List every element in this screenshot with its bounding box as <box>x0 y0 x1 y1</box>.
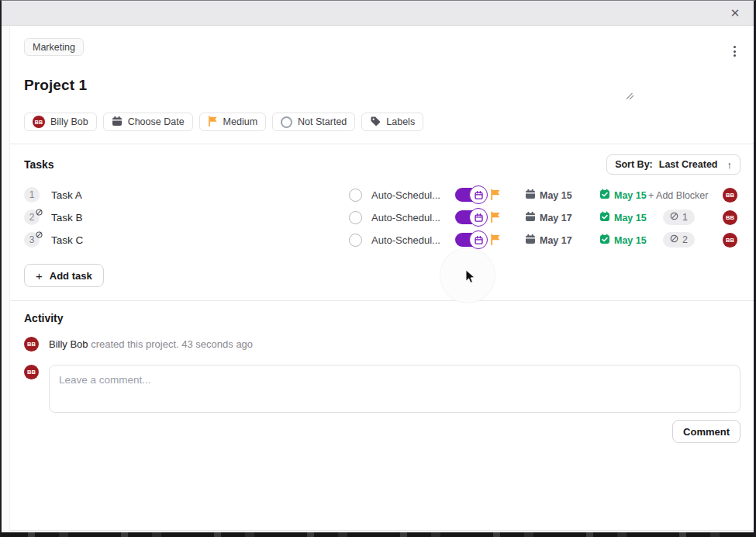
add-task-button[interactable]: + Add task <box>24 264 104 287</box>
activity-section-title: Activity <box>24 301 740 324</box>
task-complete-checkbox[interactable] <box>349 211 362 224</box>
blocked-icon <box>670 212 678 223</box>
due-date[interactable]: May 17 <box>525 234 572 247</box>
due-date[interactable]: May 15 <box>525 189 572 202</box>
calendar-icon <box>525 211 536 224</box>
task-row[interactable]: 1 Task A Auto-Schedul... <box>24 184 740 206</box>
plus-icon: + <box>36 269 43 282</box>
add-task-label: Add task <box>50 270 92 282</box>
autoschedule-label[interactable]: Auto-Schedul... <box>371 189 440 201</box>
task-row[interactable]: 3 Task C Auto-Schedul... <box>24 229 740 251</box>
blocked-icon <box>36 207 43 218</box>
blocker-count-badge[interactable]: 1 <box>663 210 695 225</box>
due-date[interactable]: May 17 <box>525 211 572 224</box>
calendar-check-icon <box>599 211 610 224</box>
resize-grip-icon[interactable] <box>625 89 634 103</box>
priority-flag-icon <box>208 116 218 129</box>
task-complete-checkbox[interactable] <box>349 234 362 247</box>
task-complete-checkbox[interactable] <box>349 189 362 202</box>
calendar-icon <box>525 234 536 247</box>
autoschedule-toggle[interactable] <box>455 210 485 224</box>
choose-date-chip[interactable]: Choose Date <box>103 113 193 131</box>
priority-flag-icon[interactable] <box>490 234 501 248</box>
assignee-avatar[interactable]: BB <box>723 210 737 225</box>
sort-by-value: Last Created <box>659 159 718 170</box>
close-icon[interactable]: ✕ <box>727 5 743 21</box>
project-card: Marketing Project 1 BB Billy Bob <box>9 26 754 531</box>
task-order-badge: 3 <box>24 232 40 248</box>
toggle-calendar-icon <box>469 208 488 227</box>
calendar-check-icon <box>599 234 610 247</box>
scheduled-date[interactable]: May 15 <box>599 189 647 202</box>
scheduled-date[interactable]: May 15 <box>599 211 647 224</box>
background-app-edge <box>2 532 754 537</box>
activity-actor: Billy Bob <box>49 338 88 350</box>
assignee-label: Billy Bob <box>50 116 88 127</box>
sort-by-prefix: Sort By: <box>615 159 653 170</box>
assignee-avatar: BB <box>33 116 45 128</box>
tag-icon <box>370 116 381 129</box>
task-order-badge: 1 <box>24 187 40 203</box>
status-chip[interactable]: Not Started <box>272 113 355 131</box>
sort-by-button[interactable]: Sort By: Last Created ↑ <box>606 154 740 175</box>
activity-avatar: BB <box>24 337 39 352</box>
comment-input[interactable] <box>49 365 740 413</box>
toggle-calendar-icon <box>469 185 488 204</box>
project-title[interactable]: Project 1 <box>24 77 625 94</box>
priority-flag-icon[interactable] <box>490 211 501 226</box>
blocked-icon <box>670 234 678 245</box>
autoschedule-label[interactable]: Auto-Schedul... <box>371 234 440 246</box>
assignee-avatar[interactable]: BB <box>723 233 737 248</box>
priority-flag-icon[interactable] <box>490 189 501 203</box>
task-name[interactable]: Task C <box>51 234 83 246</box>
autoschedule-toggle[interactable] <box>455 233 485 247</box>
tasks-section-title: Tasks <box>24 158 54 171</box>
workspace-chip[interactable]: Marketing <box>24 38 84 56</box>
activity-action: created this project. <box>91 338 178 350</box>
labels-label: Labels <box>386 116 415 127</box>
task-list: 1 Task A Auto-Schedul... <box>24 184 740 251</box>
scheduled-date[interactable]: May 15 <box>599 234 647 247</box>
add-blocker-button[interactable]: + Add Blocker <box>648 190 708 201</box>
choose-date-label: Choose Date <box>128 116 185 127</box>
sort-direction-icon: ↑ <box>727 159 733 171</box>
priority-chip[interactable]: Medium <box>199 113 266 131</box>
modal-titlebar: ✕ <box>2 1 754 26</box>
blocked-icon <box>36 230 43 241</box>
task-order-badge: 2 <box>24 210 40 225</box>
calendar-icon <box>525 189 536 202</box>
priority-label: Medium <box>223 116 257 127</box>
activity-timestamp: 43 seconds ago <box>181 338 253 350</box>
toggle-calendar-icon <box>469 230 488 249</box>
overflow-menu-icon[interactable] <box>729 43 740 60</box>
calendar-check-icon <box>599 189 610 202</box>
comment-avatar: BB <box>24 365 39 379</box>
autoschedule-label[interactable]: Auto-Schedul... <box>371 212 440 223</box>
task-row[interactable]: 2 Task B Auto-Schedul... <box>24 206 740 229</box>
comment-button[interactable]: Comment <box>672 420 740 443</box>
task-name[interactable]: Task A <box>51 189 82 201</box>
activity-entry: BB Billy Bob created this project. 43 se… <box>24 337 740 352</box>
autoschedule-toggle[interactable] <box>455 188 485 202</box>
labels-chip[interactable]: Labels <box>361 113 423 131</box>
task-name[interactable]: Task B <box>51 212 83 223</box>
calendar-icon <box>112 116 123 129</box>
project-modal-window: ✕ Marketing Project 1 BB Billy Bob <box>0 0 756 537</box>
blocker-count-badge[interactable]: 2 <box>663 232 695 248</box>
status-label: Not Started <box>298 116 347 127</box>
assignee-avatar[interactable]: BB <box>723 188 737 203</box>
status-circle-icon <box>281 116 292 128</box>
assignee-chip[interactable]: BB Billy Bob <box>24 113 97 131</box>
